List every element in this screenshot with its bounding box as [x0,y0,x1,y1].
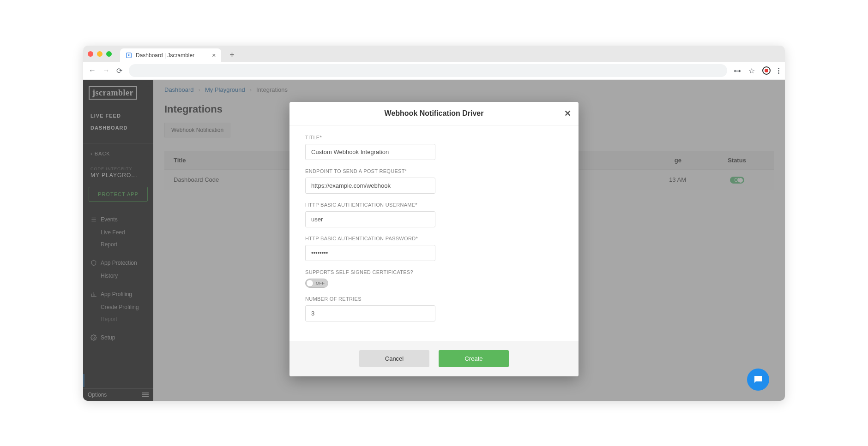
forward-icon: → [102,66,110,75]
title-input[interactable] [305,144,435,160]
toggle-state: OFF [316,281,325,285]
profile-avatar-icon[interactable] [762,66,771,75]
url-input[interactable] [129,64,727,77]
modal-footer: Cancel Create [289,341,579,376]
favicon-icon [126,52,132,59]
modal-header: Webhook Notification Driver ✕ [289,102,579,125]
window-controls [88,51,112,57]
modal-title: Webhook Notification Driver [385,109,484,117]
password-label: HTTP BASIC AUTHENTICATION PASSWORD* [305,236,563,241]
address-bar: ← → ⟳ ⊶ ☆ [83,62,785,80]
chat-widget-button[interactable] [747,369,769,391]
browser-window: Dashboard | Jscrambler × + ← → ⟳ ⊶ ☆ jsc… [83,46,785,401]
create-button[interactable]: Create [439,350,509,367]
username-label: HTTP BASIC AUTHENTICATION USERNAME* [305,202,563,208]
close-window-icon[interactable] [88,51,93,57]
endpoint-label: ENDPOINT TO SEND A POST REQUEST* [305,168,563,174]
new-tab-button[interactable]: + [229,50,235,60]
browser-tab[interactable]: Dashboard | Jscrambler × [120,48,221,62]
webhook-modal: Webhook Notification Driver ✕ TITLE* END… [289,102,579,376]
retries-label: NUMBER OF RETRIES [305,296,563,302]
browser-menu-icon[interactable] [778,68,779,74]
star-icon[interactable]: ☆ [748,66,755,75]
cancel-button[interactable]: Cancel [359,350,429,367]
selfsigned-toggle[interactable]: OFF [305,279,328,288]
toggle-knob [306,279,313,287]
title-label: TITLE* [305,135,563,140]
key-icon[interactable]: ⊶ [734,66,741,75]
reload-icon[interactable]: ⟳ [116,66,122,75]
tab-title: Dashboard | Jscrambler [136,52,194,59]
close-tab-icon[interactable]: × [212,52,216,59]
close-icon[interactable]: ✕ [564,108,571,119]
minimize-window-icon[interactable] [97,51,102,57]
username-input[interactable] [305,211,435,227]
chat-icon [753,374,764,385]
back-icon[interactable]: ← [89,66,96,75]
app-viewport: jscrambler LIVE FEED DASHBOARD BACK CODE… [83,80,785,401]
selfsigned-label: SUPPORTS SELF SIGNED CERTIFICATES? [305,269,563,275]
browser-tab-bar: Dashboard | Jscrambler × + [83,46,785,62]
maximize-window-icon[interactable] [106,51,112,57]
password-input[interactable] [305,245,435,261]
endpoint-input[interactable] [305,178,435,194]
retries-input[interactable] [305,305,435,321]
